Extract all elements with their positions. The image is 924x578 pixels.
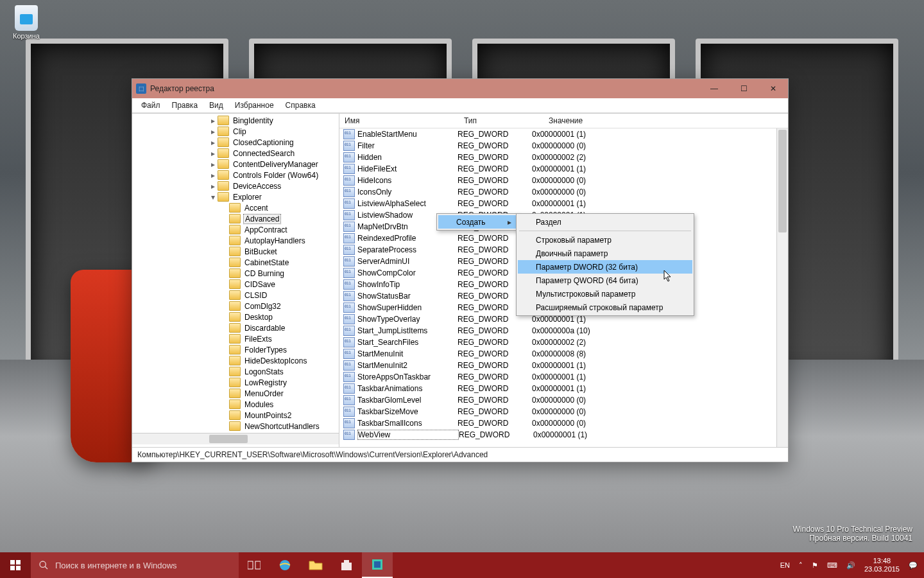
registry-tree[interactable]: ▸BingIdentity▸Clip▸ClosedCaptioning▸Conn… (132, 114, 339, 447)
start-button[interactable] (0, 552, 31, 578)
tray-lang[interactable]: EN (780, 561, 790, 569)
tree-node[interactable]: Accent (135, 202, 339, 213)
tree-node[interactable]: ▸ClosedCaptioning (135, 137, 339, 148)
menu-help[interactable]: Справка (280, 100, 321, 111)
menu-file[interactable]: Файл (136, 100, 166, 111)
taskbar-regedit[interactable] (362, 552, 393, 578)
tree-node[interactable]: CD Burning (135, 268, 339, 279)
value-row[interactable]: HideFileExtREG_DWORD0x00000001 (1) (339, 163, 788, 175)
reg-value-icon (343, 418, 355, 428)
tree-node[interactable]: FileExts (135, 333, 339, 344)
tree-node[interactable]: ▸ConnectedSearch (135, 148, 339, 159)
taskbar-explorer[interactable] (300, 552, 331, 578)
minimize-button[interactable]: — (699, 79, 729, 98)
col-name[interactable]: Имя (339, 116, 459, 125)
tree-node[interactable]: CabinetState (135, 257, 339, 268)
expand-icon[interactable]: ▸ (209, 160, 217, 169)
value-row[interactable]: Start_JumpListItemsREG_DWORD0x0000000a (… (339, 325, 788, 337)
tree-node[interactable]: ▸Controls Folder (Wow64) (135, 170, 339, 180)
tree-node[interactable]: ▸BingIdentity (135, 115, 339, 126)
expand-icon[interactable]: ▸ (209, 149, 217, 158)
value-row[interactable]: EnableStartMenuREG_DWORD0x00000001 (1) (339, 128, 788, 140)
expand-icon[interactable]: ▸ (209, 116, 217, 125)
expand-icon[interactable]: ▸ (209, 138, 217, 147)
list-vscrollbar[interactable] (776, 128, 788, 447)
value-row[interactable]: StartMenuInitREG_DWORD0x00000008 (8) (339, 348, 788, 360)
tree-hscrollbar[interactable] (132, 433, 339, 444)
tray-up-icon[interactable]: ˄ (799, 561, 803, 570)
ctx-item[interactable]: Параметр QWORD (64 бита) (518, 274, 692, 287)
tree-node[interactable]: CLSID (135, 290, 339, 301)
tree-node[interactable]: MenuOrder (135, 388, 339, 399)
col-value[interactable]: Значение (543, 116, 788, 125)
value-row[interactable]: TaskbarSmallIconsREG_DWORD0x00000000 (0) (339, 417, 788, 429)
expand-icon[interactable]: ▸ (209, 127, 217, 136)
menu-edit[interactable]: Правка (167, 100, 203, 111)
expand-icon[interactable]: ▸ (209, 171, 217, 180)
titlebar[interactable]: ⬚ Редактор реестра — ☐ ✕ (132, 79, 788, 98)
value-row[interactable]: WebViewREG_DWORD0x00000001 (1) (339, 429, 788, 441)
ctx-item[interactable]: Строковый параметр (518, 233, 692, 247)
value-row[interactable]: Start_SearchFilesREG_DWORD0x00000002 (2) (339, 337, 788, 348)
tree-node[interactable]: ▸ContentDeliveryManager (135, 159, 339, 170)
value-row[interactable]: TaskbarAnimationsREG_DWORD0x00000001 (1) (339, 383, 788, 394)
ctx-item[interactable]: Раздел (518, 215, 692, 229)
tree-node[interactable]: Discardable (135, 322, 339, 333)
col-type[interactable]: Тип (459, 116, 543, 125)
value-row[interactable]: HiddenREG_DWORD0x00000002 (2) (339, 152, 788, 163)
tree-node[interactable]: NewShortcutHandlers (135, 421, 339, 432)
maximize-button[interactable]: ☐ (729, 79, 758, 98)
value-data: 0x00000008 (8) (532, 349, 788, 358)
ctx-item-create[interactable]: Создать (438, 215, 517, 229)
tree-node[interactable]: LogonStats (135, 366, 339, 377)
tree-node[interactable]: ▸DeviceAccess (135, 180, 339, 191)
ctx-item[interactable]: Двоичный параметр (518, 247, 692, 260)
expand-icon[interactable]: ▾ (209, 193, 217, 202)
tree-label: ConnectedSearch (232, 149, 296, 158)
tree-node[interactable]: FolderTypes (135, 344, 339, 355)
folder-icon (218, 137, 229, 147)
tree-node[interactable]: HideDesktopIcons (135, 355, 339, 366)
value-row[interactable]: FilterREG_DWORD0x00000000 (0) (339, 140, 788, 152)
close-button[interactable]: ✕ (758, 79, 788, 98)
value-row[interactable]: HideIconsREG_DWORD0x00000000 (0) (339, 175, 788, 186)
tray-clock[interactable]: 13:48 23.03.2015 (864, 557, 900, 574)
value-row[interactable]: ListviewAlphaSelectREG_DWORD0x00000001 (… (339, 198, 788, 209)
tree-node[interactable]: AppContract (135, 224, 339, 235)
value-row[interactable]: TaskbarSizeMoveREG_DWORD0x00000000 (0) (339, 406, 788, 417)
tree-node[interactable]: BitBucket (135, 246, 339, 257)
ctx-item[interactable]: Расширяемый строковый параметр (518, 301, 692, 314)
tree-label: Modules (243, 400, 275, 409)
tree-node[interactable]: ▾Explorer (135, 191, 339, 202)
taskbar-taskview[interactable] (239, 552, 270, 578)
taskbar-store[interactable] (331, 552, 362, 578)
tree-node[interactable]: Desktop (135, 311, 339, 322)
tree-node[interactable]: ComDlg32 (135, 301, 339, 311)
tree-node[interactable]: Advanced (135, 213, 339, 224)
value-row[interactable]: StoreAppsOnTaskbarREG_DWORD0x00000001 (1… (339, 371, 788, 383)
expand-icon[interactable]: ▸ (209, 182, 217, 191)
menu-favorites[interactable]: Избранное (230, 100, 279, 111)
tray-volume-icon[interactable]: 🔊 (846, 561, 855, 570)
tree-node[interactable]: AutoplayHandlers (135, 235, 339, 246)
tree-node[interactable]: MountPoints2 (135, 410, 339, 421)
value-row[interactable]: StartMenuInit2REG_DWORD0x00000001 (1) (339, 360, 788, 371)
ctx-item[interactable]: Мультистроковый параметр (518, 287, 692, 301)
tree-node[interactable]: Modules (135, 399, 339, 410)
tray-notifications-icon[interactable]: 💬 (909, 561, 918, 570)
tree-node[interactable]: ▸Clip (135, 126, 339, 137)
list-header[interactable]: Имя Тип Значение (339, 114, 788, 128)
tree-node[interactable]: LowRegistry (135, 377, 339, 388)
tree-node[interactable]: CIDSave (135, 279, 339, 290)
taskbar-ie[interactable] (270, 552, 300, 578)
tray-keyboard-icon[interactable]: ⌨ (827, 561, 837, 570)
ctx-item[interactable]: Параметр DWORD (32 бита) (518, 260, 692, 274)
recycle-bin[interactable]: Корзина (13, 5, 40, 40)
value-row[interactable]: TaskbarGlomLevelREG_DWORD0x00000000 (0) (339, 394, 788, 406)
folder-icon (218, 159, 229, 169)
taskbar-search[interactable]: Поиск в интернете и в Windows (31, 552, 239, 578)
menu-view[interactable]: Вид (204, 100, 228, 111)
tray-flag-icon[interactable]: ⚑ (812, 561, 818, 570)
value-row[interactable]: IconsOnlyREG_DWORD0x00000000 (0) (339, 186, 788, 198)
reg-value-icon (343, 430, 355, 440)
